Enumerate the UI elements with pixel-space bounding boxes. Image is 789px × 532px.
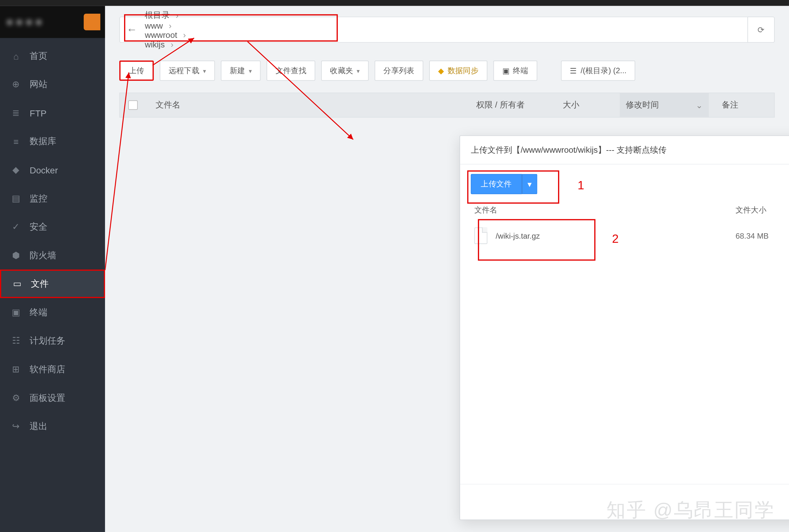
upload-file-dropdown[interactable]: ▾ (522, 174, 537, 194)
col-note: 备注 (712, 100, 766, 110)
logo-text: ■ ■ ■ ■ (7, 17, 42, 27)
toolbar: 上传 远程下载▾ 新建▾ 文件查找 收藏夹▾ 分享列表 ◆ 数据同步 ▣ (119, 60, 775, 80)
disk-path-button[interactable]: ☰ /(根目录) (2... (561, 60, 635, 80)
sidebar-item-label: 终端 (30, 307, 47, 318)
sidebar-item-label: 面板设置 (30, 392, 65, 403)
file-table-header: 文件名 权限 / 所有者 大小 修改时间 ⌄ 备注 (119, 93, 775, 117)
disk-icon: ☰ (570, 66, 577, 75)
upload-file-name: /wiki-js.tar.gz (496, 231, 735, 240)
main-area: ← 根目录›www›wwwroot›wikijs› ⟳ 上传 远程下载▾ 新建▾… (105, 6, 789, 532)
modal-header: 上传文件到【/www/wwwroot/wikijs】--- 支持断点续传 — ✕ (460, 136, 789, 165)
sidebar-item-label: 网站 (30, 79, 47, 90)
data-sync-button[interactable]: ◆ 数据同步 (429, 60, 487, 80)
chevron-right-icon: › (183, 30, 186, 40)
new-button[interactable]: 新建▾ (221, 60, 261, 80)
remote-download-button[interactable]: 远程下载▾ (160, 60, 215, 80)
path-bar: ← 根目录›www›wwwroot›wikijs› ⟳ (119, 17, 775, 43)
upload-file-row: /wiki-js.tar.gz 68.34 MB 等待上传 (460, 222, 789, 250)
monitor-icon: ▤ (11, 193, 22, 204)
col-name[interactable]: 文件名 (156, 100, 473, 110)
upload-file-size: 68.34 MB (735, 231, 789, 240)
home-icon: ⌂ (11, 51, 22, 61)
breadcrumb-segment[interactable]: wwwroot› (141, 30, 189, 40)
sidebar-item-网站[interactable]: ⊕网站 (0, 70, 105, 99)
logo-icon (84, 14, 100, 30)
sidebar-nav: ⌂首页⊕网站≣FTP≡数据库◆Docker▤监控✓安全⬢防火墙▭文件▣终端☷计划… (0, 38, 105, 440)
sidebar-item-终端[interactable]: ▣终端 (0, 298, 105, 327)
shield-icon: ✓ (11, 222, 22, 232)
sidebar-item-label: 监控 (30, 193, 47, 204)
apps-icon: ⊞ (11, 364, 22, 375)
sidebar-item-label: 首页 (30, 50, 47, 61)
modal-table-header: 文件名 文件大小 上传状态 (460, 202, 789, 222)
diamond-icon: ◆ (438, 66, 444, 75)
breadcrumb-label: wwwroot (145, 30, 177, 40)
m-col-name: 文件名 (474, 205, 735, 216)
window-top-strip (0, 0, 789, 6)
globe-icon: ⊕ (11, 79, 22, 90)
col-perm[interactable]: 权限 / 所有者 (476, 100, 559, 110)
upload-file-button[interactable]: 上传文件 (471, 174, 522, 194)
upload-button[interactable]: 上传 (119, 60, 154, 80)
share-list-button[interactable]: 分享列表 (374, 60, 423, 80)
refresh-icon: ⟳ (757, 25, 765, 34)
sidebar-item-label: 软件商店 (30, 364, 65, 375)
chevron-down-icon: ⌄ (696, 100, 703, 110)
sidebar-item-文件[interactable]: ▭文件 (0, 269, 105, 298)
database-icon: ≡ (11, 136, 22, 147)
sidebar-item-首页[interactable]: ⌂首页 (0, 42, 105, 70)
chevron-right-icon: › (171, 40, 173, 49)
docker-icon: ◆ (11, 165, 22, 175)
sidebar-item-Docker[interactable]: ◆Docker (0, 156, 105, 184)
breadcrumb-label: 根目录 (145, 10, 170, 21)
sidebar-item-计划任务[interactable]: ☷计划任务 (0, 326, 105, 355)
folder-icon: ▭ (12, 279, 23, 289)
ftp-icon: ≣ (11, 108, 22, 118)
sidebar-item-label: Docker (30, 165, 58, 175)
sidebar-item-label: 防火墙 (30, 250, 56, 261)
chevron-right-icon: › (169, 21, 172, 30)
modal-title: 上传文件到【/www/wwwroot/wikijs】--- 支持断点续传 (471, 145, 789, 155)
refresh-button[interactable]: ⟳ (747, 17, 775, 43)
sidebar-item-FTP[interactable]: ≣FTP (0, 99, 105, 127)
file-icon (474, 228, 487, 244)
settings-icon: ⚙ (11, 392, 22, 403)
sidebar-item-label: 文件 (31, 278, 49, 289)
upload-modal: 上传文件到【/www/wwwroot/wikijs】--- 支持断点续传 — ✕… (459, 135, 789, 520)
sidebar-item-label: 退出 (30, 421, 47, 432)
sidebar-item-label: 数据库 (30, 136, 56, 147)
cron-icon: ☷ (11, 335, 22, 346)
breadcrumb: ← 根目录›www›wwwroot›wikijs› (119, 17, 747, 43)
modal-actions: 上传文件 ▾ 清空列表 (460, 165, 789, 202)
sidebar-item-防火墙[interactable]: ⬢防火墙 (0, 241, 105, 270)
sidebar-item-面板设置[interactable]: ⚙面板设置 (0, 383, 105, 412)
terminal-icon: ▣ (11, 307, 22, 318)
svg-line-2 (248, 42, 353, 140)
breadcrumb-segment[interactable]: 根目录› (141, 10, 189, 21)
select-all-checkbox[interactable] (128, 100, 138, 110)
sidebar-item-退出[interactable]: ↪退出 (0, 412, 105, 441)
sidebar-item-软件商店[interactable]: ⊞软件商店 (0, 355, 105, 384)
col-size[interactable]: 大小 (563, 100, 616, 110)
breadcrumb-label: www (145, 21, 163, 30)
terminal-icon: ▣ (502, 66, 509, 75)
favorites-button[interactable]: 收藏夹▾ (321, 60, 369, 80)
terminal-button[interactable]: ▣ 终端 (494, 60, 537, 80)
sidebar-item-label: 安全 (30, 221, 47, 232)
logout-icon: ↪ (11, 421, 22, 432)
m-col-size: 文件大小 (735, 205, 789, 216)
chevron-right-icon: › (176, 11, 178, 20)
sidebar-item-label: 计划任务 (30, 335, 65, 346)
sidebar-item-监控[interactable]: ▤监控 (0, 184, 105, 212)
sidebar-item-数据库[interactable]: ≡数据库 (0, 127, 105, 156)
file-search-button[interactable]: 文件查找 (267, 60, 315, 80)
logo-area: ■ ■ ■ ■ (0, 6, 105, 38)
breadcrumb-label: wikijs (145, 40, 165, 49)
breadcrumb-segment[interactable]: www› (141, 21, 189, 30)
back-icon[interactable]: ← (123, 23, 140, 36)
sidebar-item-label: FTP (30, 108, 46, 118)
sidebar-item-安全[interactable]: ✓安全 (0, 212, 105, 241)
firewall-icon: ⬢ (11, 250, 22, 261)
col-mtime[interactable]: 修改时间 ⌄ (620, 93, 709, 117)
breadcrumb-segment[interactable]: wikijs› (141, 40, 189, 49)
